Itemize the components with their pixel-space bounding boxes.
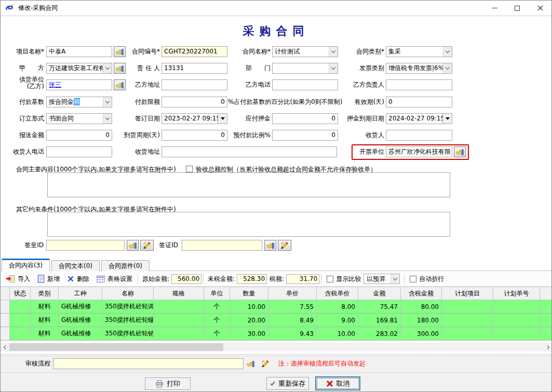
tab-contract-content[interactable]: 合同内容(3) <box>2 259 50 271</box>
chevron-down-icon[interactable] <box>443 63 452 73</box>
table-cell[interactable] <box>10 314 31 327</box>
scroll-right-arrow[interactable] <box>544 343 552 352</box>
table-cell[interactable] <box>154 327 204 340</box>
table-cell[interactable]: 10.00 <box>230 300 268 313</box>
table-cell[interactable]: 350搅拌机砼轮调 <box>102 300 154 313</box>
compare-mode-combo[interactable]: 以预算 <box>363 274 400 284</box>
column-header[interactable]: 含税金额 <box>401 287 442 300</box>
table-cell[interactable]: 7.55 <box>268 300 317 313</box>
table-cell[interactable]: 8.00 <box>317 300 358 313</box>
table-cell[interactable] <box>154 300 204 313</box>
payment-base-combo[interactable]: 按合同金额 <box>46 97 112 107</box>
column-header[interactable]: 规格 <box>154 287 204 300</box>
table-row[interactable]: 材料G机械维修350搅拌机砼轮销个30.009.4310.00283.02300… <box>1 327 552 341</box>
table-cell[interactable]: 80.00 <box>401 300 442 313</box>
table-row[interactable]: 材料G机械维修350搅拌机砼轮调个10.007.558.0075.4780.00 <box>1 300 552 314</box>
other-terms-textarea[interactable] <box>47 212 450 237</box>
close-button[interactable] <box>529 1 551 16</box>
visa-id-field[interactable] <box>182 240 262 251</box>
table-cell[interactable] <box>442 300 493 313</box>
minimize-button[interactable] <box>483 1 506 16</box>
table-cell[interactable]: G机械维修 <box>59 314 102 327</box>
table-cell[interactable]: 30.00 <box>230 327 268 340</box>
table-cell[interactable]: 10.00 <box>317 327 358 340</box>
grid-settings-button[interactable]: 表格设置 <box>93 273 136 285</box>
table-cell[interactable]: 材料 <box>31 300 59 313</box>
table-cell[interactable]: 材料 <box>31 314 59 327</box>
table-cell[interactable]: 169.81 <box>358 314 401 327</box>
sign-report-id-field[interactable] <box>46 240 125 251</box>
party-b-manager-field[interactable] <box>386 79 452 90</box>
table-cell[interactable] <box>493 314 540 327</box>
deposit-due-date-picker[interactable]: 2024-02-27 09:15: <box>386 113 452 124</box>
table-cell[interactable] <box>442 314 493 327</box>
cancel-button[interactable]: 取消 <box>315 376 360 390</box>
scroll-left-arrow[interactable] <box>1 343 9 352</box>
table-cell[interactable]: 180.00 <box>401 314 442 327</box>
table-cell[interactable]: 个 <box>204 314 230 327</box>
add-button[interactable]: 新增 <box>34 273 63 285</box>
table-cell[interactable]: 350搅拌机砼轮螺 <box>102 314 154 327</box>
maximize-button[interactable] <box>506 1 529 16</box>
review-flow-sign-button[interactable] <box>260 359 271 369</box>
chevron-down-icon[interactable] <box>103 63 112 73</box>
party-b-address-field[interactable] <box>161 79 227 90</box>
form-mode-combo[interactable]: 书面合同 <box>46 113 112 124</box>
column-header[interactable]: 计划项目 <box>442 287 493 300</box>
table-cell[interactable] <box>493 327 540 340</box>
table-cell[interactable]: G机械维修 <box>59 327 102 340</box>
review-flow-field[interactable] <box>53 358 244 369</box>
show-compare-checkbox[interactable] <box>327 276 333 282</box>
table-cell[interactable]: 材料 <box>31 327 59 340</box>
row-indicator[interactable] <box>1 327 10 340</box>
horizontal-scrollbar[interactable] <box>1 343 552 352</box>
table-cell[interactable]: 9.00 <box>317 314 358 327</box>
table-cell[interactable]: 283.02 <box>358 327 401 340</box>
table-cell[interactable]: 8.49 <box>268 314 317 327</box>
review-flow-picker-button[interactable] <box>246 359 256 369</box>
chevron-down-icon[interactable] <box>443 47 452 57</box>
table-row[interactable]: 材料G机械维修350搅拌机砼轮螺个20.008.499.00169.81180.… <box>1 314 552 327</box>
visa-id-picker-button[interactable] <box>264 240 276 251</box>
sign-report-id-sign-button[interactable] <box>140 240 154 251</box>
table-cell[interactable]: 20.00 <box>230 314 268 327</box>
table-cell[interactable] <box>493 300 540 313</box>
table-cell[interactable]: 350搅拌机砼轮销 <box>102 327 154 340</box>
main-content-textarea[interactable] <box>47 172 450 197</box>
column-header[interactable]: 类别 <box>31 287 59 300</box>
table-cell[interactable]: 个 <box>204 300 230 313</box>
invoice-category-combo[interactable]: 增值税专用发票|6% <box>386 63 452 74</box>
column-header[interactable]: 金额 <box>358 287 401 300</box>
table-cell[interactable]: 个 <box>204 327 230 340</box>
row-indicator[interactable] <box>1 314 10 327</box>
column-header[interactable]: 计划单号 <box>493 287 540 300</box>
tab-contract-original[interactable]: 合同原件(0) <box>101 260 150 271</box>
tab-contract-text[interactable]: 合同文本(0) <box>51 260 100 271</box>
payment-limit-field[interactable]: 0 <box>161 97 227 107</box>
party-a-combo[interactable]: 万达建筑安装工程有 <box>46 63 112 74</box>
column-header[interactable]: 状态 <box>10 287 31 300</box>
print-button[interactable]: 打印 <box>145 377 191 390</box>
project-name-field[interactable]: 中泰A <box>46 46 112 57</box>
table-cell[interactable] <box>10 300 31 313</box>
row-indicator[interactable] <box>1 300 10 313</box>
invoice-unit-picker-button[interactable] <box>454 146 466 157</box>
auto-wrap-checkbox[interactable] <box>410 276 416 282</box>
scrollbar-thumb[interactable] <box>9 343 223 351</box>
import-button[interactable]: 导入 <box>3 273 34 285</box>
table-cell[interactable] <box>10 327 31 340</box>
column-header[interactable]: 名称 <box>102 287 154 300</box>
responsible-person-field[interactable]: 13131 <box>161 63 227 74</box>
sign-date-picker[interactable]: 2023-02-27 09:15: <box>161 113 227 124</box>
delete-button[interactable]: 删除 <box>63 273 93 285</box>
receiver-phone-field[interactable] <box>46 146 112 157</box>
contract-no-field[interactable]: CGHT230227001 <box>161 46 227 57</box>
acceptance-control-checkbox[interactable] <box>186 166 193 172</box>
chevron-down-icon[interactable] <box>103 114 112 124</box>
chevron-down-icon[interactable] <box>103 97 112 107</box>
table-cell[interactable]: 300.00 <box>401 327 442 340</box>
column-header[interactable]: 单价 <box>268 287 317 300</box>
column-header[interactable]: 含税单价 <box>317 287 358 300</box>
table-cell[interactable]: G机械维修 <box>59 300 102 313</box>
visa-id-sign-button[interactable] <box>278 240 291 251</box>
